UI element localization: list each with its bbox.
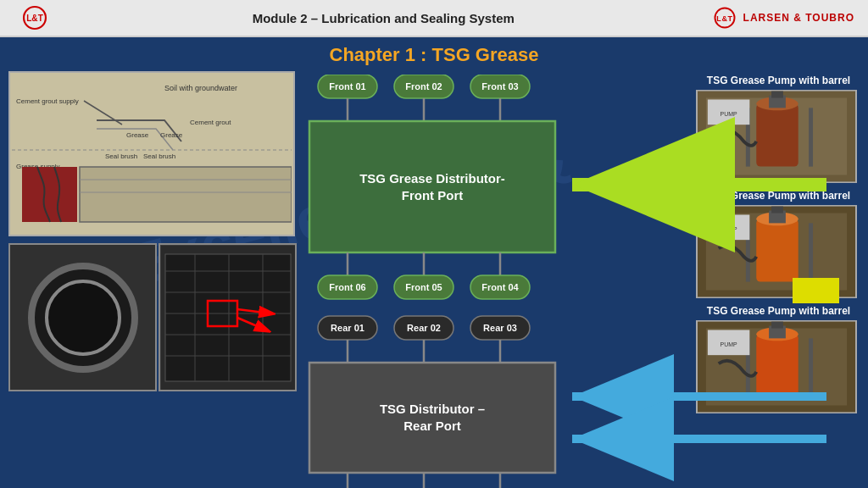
bottom-images-row bbox=[8, 243, 297, 391]
tunnel-detail-image bbox=[159, 243, 297, 391]
svg-text:Front 04: Front 04 bbox=[481, 282, 519, 292]
tunnel-cross-section-image bbox=[8, 243, 157, 391]
schematic-image: Soil with groundwater Cement grout suppl… bbox=[8, 71, 295, 236]
svg-text:Rear 03: Rear 03 bbox=[483, 323, 517, 333]
svg-text:Grease: Grease bbox=[160, 131, 183, 139]
main-content: & T Excelle en & Chapter 1 : TSG Grease … bbox=[0, 37, 868, 488]
schematic-svg: Soil with groundwater Cement grout suppl… bbox=[12, 74, 292, 235]
svg-rect-18 bbox=[22, 167, 77, 222]
tunnel-detail-svg bbox=[161, 246, 295, 390]
header-title: Module 2 – Lubrication and Sealing Syste… bbox=[56, 11, 711, 25]
svg-text:L&T: L&T bbox=[716, 14, 732, 23]
svg-text:Rear 02: Rear 02 bbox=[407, 323, 441, 333]
svg-text:Seal brush: Seal brush bbox=[143, 152, 175, 160]
lt-logo-svg: L&T bbox=[19, 5, 50, 30]
svg-rect-76 bbox=[793, 278, 839, 303]
svg-text:Seal brush: Seal brush bbox=[105, 152, 137, 160]
svg-text:Rear Port: Rear Port bbox=[403, 419, 461, 433]
svg-text:Rear 01: Rear 01 bbox=[331, 323, 364, 333]
company-name: LARSEN & TOUBRO bbox=[743, 12, 854, 24]
svg-text:TSG Grease Distributor-: TSG Grease Distributor- bbox=[359, 171, 505, 186]
svg-text:Cement grout supply: Cement grout supply bbox=[16, 97, 79, 105]
svg-rect-20 bbox=[165, 254, 291, 381]
tunnel-img bbox=[10, 245, 155, 390]
header-bar: L&T Module 2 – Lubrication and Sealing S… bbox=[0, 0, 868, 37]
svg-text:Grease: Grease bbox=[126, 131, 149, 139]
svg-text:Front 03: Front 03 bbox=[481, 81, 518, 92]
svg-text:Cement grout: Cement grout bbox=[190, 119, 231, 126]
svg-text:TSG Distributor –: TSG Distributor – bbox=[380, 402, 485, 416]
chapter-title: Chapter 1 : TSG Grease bbox=[0, 44, 868, 66]
schematic-diagram: Soil with groundwater Cement grout suppl… bbox=[10, 73, 293, 235]
svg-text:L&T: L&T bbox=[26, 14, 43, 23]
svg-text:Front 05: Front 05 bbox=[405, 282, 442, 292]
tunnel-ring bbox=[28, 263, 138, 373]
svg-text:Front 01: Front 01 bbox=[329, 81, 365, 92]
svg-text:Front 06: Front 06 bbox=[329, 282, 365, 292]
lt-logo-left: L&T bbox=[14, 3, 56, 33]
lt-logo-right-svg: L&T bbox=[711, 6, 738, 30]
svg-rect-62 bbox=[309, 363, 555, 473]
svg-rect-41 bbox=[309, 121, 555, 252]
left-images-container: Soil with groundwater Cement grout suppl… bbox=[8, 71, 297, 391]
svg-text:Front 02: Front 02 bbox=[405, 81, 442, 92]
main-diagram-svg: Front 01 Front 02 Front 03 TSG Grease Di… bbox=[301, 75, 860, 488]
header-logo-right: L&T LARSEN & TOUBRO bbox=[711, 6, 854, 30]
svg-text:Front Port: Front Port bbox=[402, 188, 464, 202]
tunnel-inner bbox=[45, 280, 121, 356]
svg-text:Soil with groundwater: Soil with groundwater bbox=[164, 84, 237, 92]
